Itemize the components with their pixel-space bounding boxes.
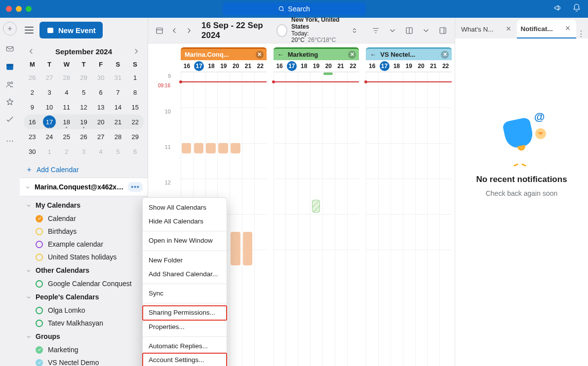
chevron-down-icon-2[interactable] <box>421 26 431 36</box>
mini-day[interactable]: 6 <box>92 85 110 100</box>
mini-day[interactable]: 5 <box>110 144 127 159</box>
bell-icon[interactable] <box>572 3 581 14</box>
mini-day[interactable]: 1 <box>41 144 58 159</box>
people-icon[interactable] <box>5 80 14 89</box>
mini-day[interactable]: 29 <box>75 70 92 85</box>
event-block[interactable] <box>218 143 228 153</box>
mini-day[interactable]: 7 <box>110 85 127 100</box>
day-label[interactable]: 19 <box>217 60 230 72</box>
mini-day[interactable]: 3 <box>75 144 92 159</box>
mi-hide-all[interactable]: Hide All Calendars <box>143 215 227 228</box>
day-label[interactable]: 16 <box>366 60 378 72</box>
close-icon[interactable] <box>564 25 572 33</box>
tab-whats-new[interactable]: What's N... <box>457 20 517 38</box>
mini-day[interactable]: 25 <box>58 129 75 144</box>
mini-day[interactable]: 9 <box>24 100 41 114</box>
day-label[interactable]: 21 <box>335 60 347 72</box>
hamburger-icon[interactable] <box>25 27 34 34</box>
mi-properties[interactable]: Properties... <box>143 320 227 334</box>
event-block[interactable] <box>243 232 253 265</box>
day-label[interactable]: 22 <box>347 60 359 72</box>
mini-day[interactable]: 26 <box>24 70 41 85</box>
mail-icon[interactable] <box>5 44 14 53</box>
close-window[interactable] <box>6 6 12 12</box>
day-label[interactable]: 17 <box>378 60 391 72</box>
cal-calendar[interactable]: Calendar <box>23 212 145 225</box>
mini-next[interactable] <box>132 47 141 56</box>
prev-week[interactable] <box>170 26 179 36</box>
mini-day[interactable]: 30 <box>92 70 110 85</box>
mini-prev[interactable] <box>27 47 36 56</box>
event-block[interactable] <box>312 200 320 213</box>
column-header[interactable]: Marina.Conq...✕ <box>181 47 267 60</box>
mini-day[interactable]: 6 <box>126 144 144 159</box>
day-label[interactable]: 22 <box>439 60 452 72</box>
tabs-overflow[interactable]: ⋮ <box>576 29 586 38</box>
mi-add-shared[interactable]: Add Shared Calendar... <box>143 267 227 281</box>
mini-day[interactable]: 20 <box>92 114 110 129</box>
filter-icon[interactable] <box>371 26 381 36</box>
group-groups[interactable]: Groups <box>23 329 145 343</box>
close-column[interactable]: ✕ <box>441 51 449 59</box>
cal-birthdays[interactable]: Birthdays <box>23 225 145 238</box>
day-label[interactable]: 18 <box>298 60 310 72</box>
day-label[interactable]: 17 <box>285 60 298 72</box>
mini-day[interactable]: 10 <box>41 100 58 114</box>
mi-sync[interactable]: Sync <box>143 287 227 300</box>
event-block[interactable] <box>231 143 240 153</box>
account-more-button[interactable]: ••• <box>128 182 143 192</box>
mini-day[interactable]: 5 <box>75 85 92 100</box>
mini-day[interactable]: 11 <box>58 100 75 114</box>
account-row[interactable]: Marina.Conquest@x462x.... ••• <box>20 178 148 196</box>
cal-google[interactable]: Google Calendar Conquest <box>23 277 145 290</box>
mini-day[interactable]: 29 <box>126 129 144 144</box>
day-label[interactable]: 17 <box>193 60 205 72</box>
mi-auto-replies[interactable]: Automatic Replies... <box>143 339 227 353</box>
event-block[interactable] <box>194 143 204 153</box>
mini-day[interactable]: 4 <box>92 144 110 159</box>
mini-day[interactable]: 21 <box>110 114 127 129</box>
group-other-calendars[interactable]: Other Calendars <box>23 263 145 277</box>
event-block[interactable] <box>206 143 216 153</box>
day-label[interactable]: 18 <box>205 60 218 72</box>
mini-day[interactable]: 3 <box>41 85 58 100</box>
day-label[interactable]: 20 <box>230 60 242 72</box>
day-label[interactable]: 19 <box>310 60 322 72</box>
weather[interactable]: New York, United States Today: 20°C 26°C… <box>276 17 359 44</box>
day-label[interactable]: 21 <box>427 60 439 72</box>
group-my-calendars[interactable]: My Calendars <box>23 198 145 212</box>
mini-day[interactable]: 1 <box>126 70 144 85</box>
cal-holidays[interactable]: United States holidays <box>23 251 145 263</box>
day-label[interactable]: 19 <box>403 60 415 72</box>
mini-day[interactable]: 15 <box>126 100 144 114</box>
day-label[interactable]: 21 <box>242 60 254 72</box>
mi-show-all[interactable]: Show All Calendars <box>143 201 227 215</box>
mini-day[interactable]: 28 <box>58 70 75 85</box>
mini-day[interactable]: 17 <box>41 114 58 129</box>
star-icon[interactable] <box>5 98 14 107</box>
calendar-icon[interactable] <box>5 62 14 71</box>
mi-open-new[interactable]: Open in New Window <box>143 234 227 248</box>
close-column[interactable]: ✕ <box>348 51 356 59</box>
new-event-button[interactable]: New Event <box>39 22 103 38</box>
add-calendar-button[interactable]: Add Calendar <box>20 162 148 178</box>
mini-day[interactable]: 22 <box>126 114 144 129</box>
cal-example[interactable]: Example calendar <box>23 238 145 251</box>
mini-day[interactable]: 18 <box>58 114 75 129</box>
day-label[interactable]: 16 <box>181 60 193 72</box>
minimize-window[interactable] <box>16 6 22 12</box>
event-block[interactable] <box>231 232 240 265</box>
day-label[interactable]: 22 <box>254 60 267 72</box>
close-icon[interactable] <box>505 25 513 33</box>
mini-day[interactable]: 27 <box>92 129 110 144</box>
day-label[interactable]: 20 <box>322 60 335 72</box>
cal-marketing[interactable]: Marketing <box>23 343 145 356</box>
group-peoples-calendars[interactable]: People's Calendars <box>23 290 145 304</box>
event-block[interactable] <box>323 73 333 75</box>
close-column[interactable]: ✕ <box>256 51 264 59</box>
todo-icon[interactable] <box>5 115 14 124</box>
mini-day[interactable]: 24 <box>41 129 58 144</box>
mini-day[interactable]: 23 <box>24 129 41 144</box>
mini-day[interactable]: 26 <box>75 129 92 144</box>
mini-day[interactable]: 16 <box>24 114 41 129</box>
